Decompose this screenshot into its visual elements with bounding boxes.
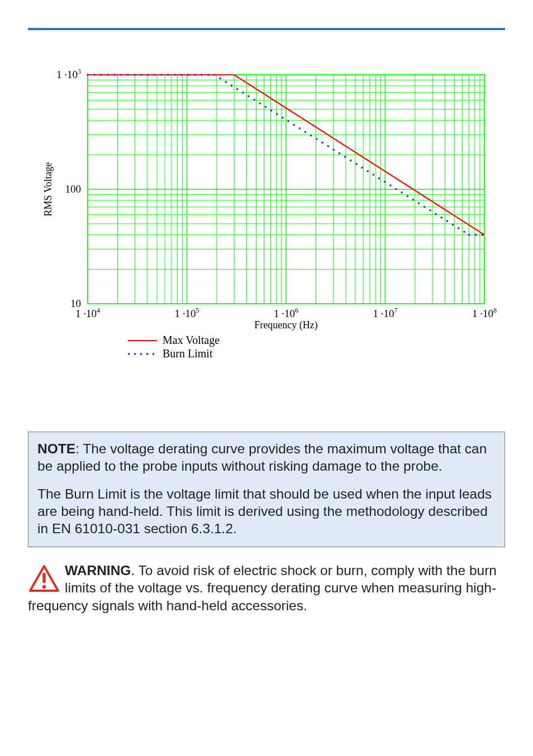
svg-rect-93 bbox=[310, 135, 312, 136]
svg-rect-118 bbox=[452, 224, 454, 226]
svg-rect-71 bbox=[180, 74, 182, 75]
svg-rect-66 bbox=[147, 74, 149, 75]
svg-text:1 ·107: 1 ·107 bbox=[373, 307, 398, 319]
svg-text:1 ·105: 1 ·105 bbox=[175, 307, 199, 319]
svg-rect-61 bbox=[113, 74, 115, 75]
svg-rect-106 bbox=[384, 181, 386, 183]
svg-rect-77 bbox=[220, 78, 221, 79]
svg-text:Frequency (Hz): Frequency (Hz) bbox=[254, 319, 317, 331]
svg-text:Max Voltage: Max Voltage bbox=[163, 334, 220, 347]
svg-rect-123 bbox=[482, 234, 483, 236]
chart-svg: 101001 ·1031 ·1041 ·1051 ·1061 ·1071 ·10… bbox=[35, 64, 498, 376]
svg-rect-114 bbox=[429, 209, 431, 211]
svg-rect-89 bbox=[287, 120, 289, 122]
svg-rect-70 bbox=[174, 74, 175, 75]
svg-rect-73 bbox=[194, 74, 196, 75]
svg-rect-137 bbox=[128, 353, 130, 355]
svg-rect-86 bbox=[270, 109, 272, 111]
svg-rect-119 bbox=[458, 227, 459, 229]
svg-rect-110 bbox=[407, 195, 408, 197]
svg-rect-87 bbox=[276, 113, 278, 115]
svg-rect-112 bbox=[418, 202, 420, 204]
svg-rect-100 bbox=[350, 160, 351, 161]
svg-rect-69 bbox=[167, 74, 169, 75]
svg-rect-85 bbox=[265, 106, 266, 108]
svg-rect-104 bbox=[373, 174, 374, 175]
svg-rect-59 bbox=[100, 74, 102, 75]
svg-rect-76 bbox=[213, 74, 215, 75]
svg-rect-116 bbox=[441, 217, 442, 218]
note-box: NOTE: The voltage derating curve provide… bbox=[28, 432, 505, 547]
svg-rect-115 bbox=[435, 213, 437, 215]
svg-rect-99 bbox=[344, 156, 346, 157]
svg-point-145 bbox=[42, 585, 46, 588]
svg-rect-144 bbox=[42, 573, 46, 583]
svg-rect-62 bbox=[120, 74, 122, 75]
svg-rect-84 bbox=[259, 103, 261, 104]
svg-rect-117 bbox=[446, 220, 448, 222]
svg-rect-65 bbox=[140, 74, 142, 75]
header-rule bbox=[28, 28, 505, 30]
svg-rect-94 bbox=[316, 138, 317, 140]
svg-rect-90 bbox=[293, 124, 295, 126]
svg-rect-138 bbox=[134, 353, 136, 355]
svg-text:Burn Limit: Burn Limit bbox=[163, 347, 213, 360]
svg-text:1 ·108: 1 ·108 bbox=[472, 307, 497, 319]
svg-rect-67 bbox=[154, 74, 155, 75]
derating-chart: 101001 ·1031 ·1041 ·1051 ·1061 ·1071 ·10… bbox=[35, 64, 498, 379]
warning-block: WARNING. To avoid risk of electric shock… bbox=[28, 562, 505, 614]
note-label: NOTE bbox=[37, 441, 75, 456]
svg-rect-75 bbox=[207, 74, 209, 75]
svg-rect-108 bbox=[395, 188, 397, 190]
svg-text:1 ·104: 1 ·104 bbox=[75, 307, 100, 319]
warning-label: WARNING bbox=[65, 563, 131, 578]
svg-rect-60 bbox=[107, 74, 108, 75]
svg-rect-63 bbox=[127, 74, 129, 75]
svg-rect-139 bbox=[140, 353, 142, 355]
svg-rect-91 bbox=[299, 127, 301, 129]
svg-rect-58 bbox=[93, 74, 95, 75]
svg-rect-105 bbox=[378, 178, 380, 179]
svg-rect-141 bbox=[153, 353, 154, 355]
svg-rect-121 bbox=[468, 234, 470, 236]
warning-icon bbox=[29, 565, 59, 596]
svg-rect-80 bbox=[236, 88, 238, 90]
svg-rect-68 bbox=[160, 74, 162, 75]
svg-rect-107 bbox=[389, 184, 391, 186]
svg-rect-81 bbox=[242, 92, 244, 93]
note-paragraph-2: The Burn Limit is the voltage limit that… bbox=[37, 485, 496, 538]
svg-rect-97 bbox=[333, 149, 335, 151]
svg-rect-101 bbox=[355, 163, 357, 165]
svg-rect-78 bbox=[225, 81, 227, 83]
svg-rect-64 bbox=[134, 74, 135, 75]
svg-rect-98 bbox=[339, 152, 340, 154]
svg-text:1 ·103: 1 ·103 bbox=[56, 68, 81, 80]
svg-rect-57 bbox=[87, 74, 88, 75]
svg-rect-82 bbox=[248, 95, 249, 97]
svg-rect-96 bbox=[327, 145, 329, 147]
svg-rect-111 bbox=[412, 199, 414, 200]
svg-rect-102 bbox=[361, 167, 363, 169]
svg-rect-95 bbox=[321, 142, 323, 143]
svg-rect-92 bbox=[304, 131, 306, 133]
svg-rect-79 bbox=[231, 85, 232, 87]
svg-rect-103 bbox=[367, 170, 369, 172]
svg-rect-74 bbox=[201, 74, 202, 75]
svg-rect-88 bbox=[282, 117, 283, 118]
svg-text:1 ·106: 1 ·106 bbox=[274, 307, 298, 319]
svg-text:100: 100 bbox=[65, 183, 82, 195]
svg-rect-72 bbox=[187, 74, 189, 75]
note-text-1: : The voltage derating curve provides th… bbox=[37, 441, 487, 473]
svg-rect-120 bbox=[463, 231, 465, 233]
svg-text:RMS Voltage: RMS Voltage bbox=[42, 162, 54, 217]
svg-rect-109 bbox=[401, 192, 403, 193]
svg-rect-83 bbox=[253, 99, 255, 101]
svg-rect-113 bbox=[423, 206, 425, 208]
svg-rect-140 bbox=[146, 353, 148, 355]
note-paragraph-1: NOTE: The voltage derating curve provide… bbox=[37, 440, 496, 475]
svg-rect-122 bbox=[475, 234, 477, 236]
